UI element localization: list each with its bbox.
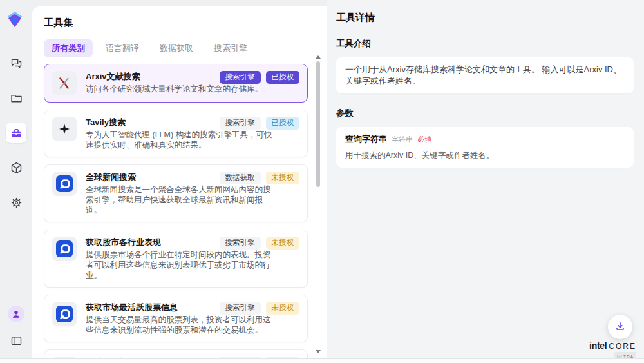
scrollbar-thumb[interactable] [316,61,320,187]
tool-list: Arxiv文献搜索 访问各个研究领域大量科学论文和文章的存储库。 搜索引擎 已授… [44,64,308,363]
param-required-badge: 必填 [417,133,431,145]
param-type: 字符串 [392,133,413,145]
tool-description: 提供当天交易量最高的股票列表，投资者可以利用这些信息来识别流动性强的股票和潜在的… [86,315,275,335]
intro-text: 一个用于从Arxiv存储库搜索科学论文和文章的工具。 输入可以是Arxiv ID… [345,64,621,86]
app-logo-icon [6,10,24,28]
blue-search-logo-icon [52,172,77,196]
category-badge: 搜索引擎 [220,71,261,84]
toolbox-icon[interactable] [6,123,26,143]
settings-gear-icon[interactable] [6,192,26,213]
arxiv-logo-icon [52,71,77,95]
detail-title: 工具详情 [336,12,634,24]
download-icon [614,320,627,333]
tool-card-active-stocks[interactable]: 获取市场最活跃股票信息 提供当天交易量最高的股票列表，投资者可以利用这些信息来识… [44,295,308,342]
tool-card-arxiv[interactable]: Arxiv文献搜索 访问各个研究领域大量科学论文和文章的存储库。 搜索引擎 已授… [44,64,308,103]
param-card: 查询字符串 字符串 必填 用于搜索的Arxiv ID、关键字或作者姓名。 [336,127,634,168]
download-button[interactable] [608,315,632,339]
tool-card-global-news[interactable]: 全球新闻搜索 全球新闻搜索是一个聚合全球各大新闻网站内容的搜索引擎，帮助用户快速… [44,164,308,222]
auth-status-badge: 已授权 [266,117,300,130]
user-avatar-icon[interactable] [8,306,24,322]
scroll-down-arrow-icon[interactable] [316,350,321,353]
window-bottom-strip [0,358,644,363]
category-badge: 搜索引擎 [220,117,261,130]
tavily-star-icon [52,117,77,141]
category-badge: 搜索引擎 [220,302,261,315]
blue-search-logo-icon [52,237,77,261]
folder-icon[interactable] [6,88,26,108]
intro-heading: 工具介绍 [336,38,634,50]
tool-description: 提供股票市场各个行业在特定时间段内的表现。投资者可以利用这些信息来识别表现优于或… [86,250,275,280]
tools-panel: 工具集 所有类别 语言翻译 数据获取 搜索引擎 Arxiv文献搜索 访问 [32,6,327,358]
param-name: 查询字符串 [345,133,387,145]
auth-status-badge: 未授权 [266,237,300,250]
auth-status-badge: 已授权 [266,71,300,84]
tool-description: 全球新闻搜索是一个聚合全球各大新闻网站内容的搜索引擎，帮助用户快速获取全球最新资… [86,184,275,215]
tool-description: 访问各个研究领域大量科学论文和文章的存储库。 [86,84,275,94]
auth-status-badge: 未授权 [266,172,300,184]
core-wordmark: CORE [609,342,636,351]
intro-box: 一个用于从Arxiv存储库搜索科学论文和文章的工具。 输入可以是Arxiv ID… [336,57,634,93]
tab-data-acquisition[interactable]: 数据获取 [152,39,201,57]
intel-wordmark: intel [589,340,607,351]
app-window: 工具集 所有类别 语言翻译 数据获取 搜索引擎 Arxiv文献搜索 访问 [0,0,644,363]
package-icon[interactable] [6,157,26,178]
panel-toggle-icon[interactable] [6,330,26,351]
blue-search-logo-icon [52,302,77,326]
scroll-up-arrow-icon[interactable] [316,55,321,59]
category-tabs: 所有类别 语言翻译 数据获取 搜索引擎 [44,39,327,57]
category-badge: 数据获取 [220,172,261,184]
params-heading: 参数 [336,108,634,119]
tool-description: 专为人工智能代理 (LLM) 构建的搜索引擎工具，可快速提供实时、准确和真实的结… [86,130,275,150]
category-badge: 搜索引擎 [220,237,261,250]
param-description: 用于搜索的Arxiv ID、关键字或作者姓名。 [345,150,625,161]
tool-card-sector-performance[interactable]: 获取股市各行业表现 提供股票市场各个行业在特定时间段内的表现。投资者可以利用这些… [44,230,308,288]
tool-card-tavily[interactable]: Tavily搜索 专为人工智能代理 (LLM) 构建的搜索引擎工具，可快速提供实… [44,110,308,157]
auth-status-badge: 未授权 [266,302,300,315]
rail-bottom [0,306,32,351]
tab-language-translation[interactable]: 语言翻译 [98,39,147,57]
tab-all-categories[interactable]: 所有类别 [44,39,93,57]
chat-icon[interactable] [6,53,26,74]
rail-nav [0,53,32,213]
tab-search-engine[interactable]: 搜索引擎 [206,39,255,57]
page-title: 工具集 [44,17,327,29]
tool-list-scrollbar[interactable] [316,55,321,353]
tool-detail-panel: 工具详情 工具介绍 一个用于从Arxiv存储库搜索科学论文和文章的工具。 输入可… [327,0,644,358]
left-rail [0,0,32,358]
